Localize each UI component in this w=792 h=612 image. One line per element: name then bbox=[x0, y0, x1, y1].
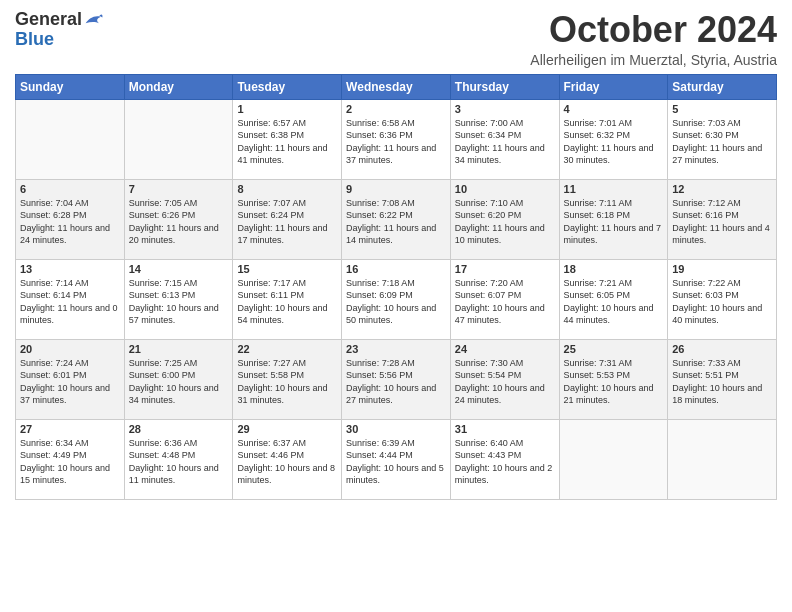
day-number: 26 bbox=[672, 343, 772, 355]
table-row bbox=[124, 99, 233, 179]
weekday-header: Tuesday bbox=[233, 74, 342, 99]
table-row: 15Sunrise: 7:17 AM Sunset: 6:11 PM Dayli… bbox=[233, 259, 342, 339]
day-info: Sunrise: 7:18 AM Sunset: 6:09 PM Dayligh… bbox=[346, 277, 446, 327]
table-row: 8Sunrise: 7:07 AM Sunset: 6:24 PM Daylig… bbox=[233, 179, 342, 259]
day-number: 23 bbox=[346, 343, 446, 355]
subtitle: Allerheiligen im Muerztal, Styria, Austr… bbox=[530, 52, 777, 68]
day-number: 10 bbox=[455, 183, 555, 195]
day-number: 2 bbox=[346, 103, 446, 115]
table-row: 27Sunrise: 6:34 AM Sunset: 4:49 PM Dayli… bbox=[16, 419, 125, 499]
weekday-header: Monday bbox=[124, 74, 233, 99]
day-info: Sunrise: 6:58 AM Sunset: 6:36 PM Dayligh… bbox=[346, 117, 446, 167]
table-row: 20Sunrise: 7:24 AM Sunset: 6:01 PM Dayli… bbox=[16, 339, 125, 419]
day-number: 29 bbox=[237, 423, 337, 435]
day-info: Sunrise: 7:05 AM Sunset: 6:26 PM Dayligh… bbox=[129, 197, 229, 247]
table-row: 25Sunrise: 7:31 AM Sunset: 5:53 PM Dayli… bbox=[559, 339, 668, 419]
table-row: 28Sunrise: 6:36 AM Sunset: 4:48 PM Dayli… bbox=[124, 419, 233, 499]
day-info: Sunrise: 7:08 AM Sunset: 6:22 PM Dayligh… bbox=[346, 197, 446, 247]
day-number: 4 bbox=[564, 103, 664, 115]
day-number: 28 bbox=[129, 423, 229, 435]
table-row bbox=[559, 419, 668, 499]
day-number: 11 bbox=[564, 183, 664, 195]
day-info: Sunrise: 6:57 AM Sunset: 6:38 PM Dayligh… bbox=[237, 117, 337, 167]
day-number: 30 bbox=[346, 423, 446, 435]
weekday-header: Friday bbox=[559, 74, 668, 99]
calendar-table: SundayMondayTuesdayWednesdayThursdayFrid… bbox=[15, 74, 777, 500]
logo-blue: Blue bbox=[15, 30, 104, 50]
table-row: 18Sunrise: 7:21 AM Sunset: 6:05 PM Dayli… bbox=[559, 259, 668, 339]
table-row: 12Sunrise: 7:12 AM Sunset: 6:16 PM Dayli… bbox=[668, 179, 777, 259]
weekday-header: Wednesday bbox=[342, 74, 451, 99]
day-number: 25 bbox=[564, 343, 664, 355]
day-info: Sunrise: 7:03 AM Sunset: 6:30 PM Dayligh… bbox=[672, 117, 772, 167]
table-row: 24Sunrise: 7:30 AM Sunset: 5:54 PM Dayli… bbox=[450, 339, 559, 419]
day-info: Sunrise: 7:30 AM Sunset: 5:54 PM Dayligh… bbox=[455, 357, 555, 407]
table-row: 22Sunrise: 7:27 AM Sunset: 5:58 PM Dayli… bbox=[233, 339, 342, 419]
logo-general: General bbox=[15, 10, 82, 30]
day-number: 19 bbox=[672, 263, 772, 275]
day-number: 8 bbox=[237, 183, 337, 195]
day-number: 7 bbox=[129, 183, 229, 195]
day-info: Sunrise: 7:22 AM Sunset: 6:03 PM Dayligh… bbox=[672, 277, 772, 327]
table-row: 23Sunrise: 7:28 AM Sunset: 5:56 PM Dayli… bbox=[342, 339, 451, 419]
table-row: 6Sunrise: 7:04 AM Sunset: 6:28 PM Daylig… bbox=[16, 179, 125, 259]
table-row: 17Sunrise: 7:20 AM Sunset: 6:07 PM Dayli… bbox=[450, 259, 559, 339]
day-number: 27 bbox=[20, 423, 120, 435]
table-row: 4Sunrise: 7:01 AM Sunset: 6:32 PM Daylig… bbox=[559, 99, 668, 179]
header: General Blue October 2024 Allerheiligen … bbox=[15, 10, 777, 68]
day-number: 15 bbox=[237, 263, 337, 275]
day-number: 3 bbox=[455, 103, 555, 115]
table-row bbox=[16, 99, 125, 179]
day-number: 31 bbox=[455, 423, 555, 435]
table-row: 31Sunrise: 6:40 AM Sunset: 4:43 PM Dayli… bbox=[450, 419, 559, 499]
day-number: 6 bbox=[20, 183, 120, 195]
day-number: 17 bbox=[455, 263, 555, 275]
table-row bbox=[668, 419, 777, 499]
table-row: 30Sunrise: 6:39 AM Sunset: 4:44 PM Dayli… bbox=[342, 419, 451, 499]
day-info: Sunrise: 7:15 AM Sunset: 6:13 PM Dayligh… bbox=[129, 277, 229, 327]
day-number: 24 bbox=[455, 343, 555, 355]
day-info: Sunrise: 7:20 AM Sunset: 6:07 PM Dayligh… bbox=[455, 277, 555, 327]
table-row: 21Sunrise: 7:25 AM Sunset: 6:00 PM Dayli… bbox=[124, 339, 233, 419]
day-info: Sunrise: 7:00 AM Sunset: 6:34 PM Dayligh… bbox=[455, 117, 555, 167]
table-row: 9Sunrise: 7:08 AM Sunset: 6:22 PM Daylig… bbox=[342, 179, 451, 259]
day-info: Sunrise: 6:36 AM Sunset: 4:48 PM Dayligh… bbox=[129, 437, 229, 487]
table-row: 2Sunrise: 6:58 AM Sunset: 6:36 PM Daylig… bbox=[342, 99, 451, 179]
day-number: 14 bbox=[129, 263, 229, 275]
month-title: October 2024 bbox=[530, 10, 777, 50]
day-number: 18 bbox=[564, 263, 664, 275]
day-info: Sunrise: 6:39 AM Sunset: 4:44 PM Dayligh… bbox=[346, 437, 446, 487]
table-row: 7Sunrise: 7:05 AM Sunset: 6:26 PM Daylig… bbox=[124, 179, 233, 259]
table-row: 5Sunrise: 7:03 AM Sunset: 6:30 PM Daylig… bbox=[668, 99, 777, 179]
weekday-header: Saturday bbox=[668, 74, 777, 99]
table-row: 14Sunrise: 7:15 AM Sunset: 6:13 PM Dayli… bbox=[124, 259, 233, 339]
day-number: 13 bbox=[20, 263, 120, 275]
day-info: Sunrise: 7:28 AM Sunset: 5:56 PM Dayligh… bbox=[346, 357, 446, 407]
day-info: Sunrise: 7:11 AM Sunset: 6:18 PM Dayligh… bbox=[564, 197, 664, 247]
day-info: Sunrise: 6:34 AM Sunset: 4:49 PM Dayligh… bbox=[20, 437, 120, 487]
logo-bird-icon bbox=[84, 11, 104, 29]
day-info: Sunrise: 6:37 AM Sunset: 4:46 PM Dayligh… bbox=[237, 437, 337, 487]
day-number: 5 bbox=[672, 103, 772, 115]
day-info: Sunrise: 7:12 AM Sunset: 6:16 PM Dayligh… bbox=[672, 197, 772, 247]
calendar-body: 1Sunrise: 6:57 AM Sunset: 6:38 PM Daylig… bbox=[16, 99, 777, 499]
day-info: Sunrise: 7:14 AM Sunset: 6:14 PM Dayligh… bbox=[20, 277, 120, 327]
title-area: October 2024 Allerheiligen im Muerztal, … bbox=[530, 10, 777, 68]
table-row: 29Sunrise: 6:37 AM Sunset: 4:46 PM Dayli… bbox=[233, 419, 342, 499]
day-info: Sunrise: 7:27 AM Sunset: 5:58 PM Dayligh… bbox=[237, 357, 337, 407]
day-number: 12 bbox=[672, 183, 772, 195]
logo: General Blue bbox=[15, 10, 104, 50]
day-info: Sunrise: 6:40 AM Sunset: 4:43 PM Dayligh… bbox=[455, 437, 555, 487]
day-info: Sunrise: 7:01 AM Sunset: 6:32 PM Dayligh… bbox=[564, 117, 664, 167]
table-row: 16Sunrise: 7:18 AM Sunset: 6:09 PM Dayli… bbox=[342, 259, 451, 339]
day-info: Sunrise: 7:33 AM Sunset: 5:51 PM Dayligh… bbox=[672, 357, 772, 407]
day-info: Sunrise: 7:04 AM Sunset: 6:28 PM Dayligh… bbox=[20, 197, 120, 247]
day-info: Sunrise: 7:31 AM Sunset: 5:53 PM Dayligh… bbox=[564, 357, 664, 407]
day-number: 9 bbox=[346, 183, 446, 195]
table-row: 1Sunrise: 6:57 AM Sunset: 6:38 PM Daylig… bbox=[233, 99, 342, 179]
day-info: Sunrise: 7:17 AM Sunset: 6:11 PM Dayligh… bbox=[237, 277, 337, 327]
day-number: 22 bbox=[237, 343, 337, 355]
table-row: 3Sunrise: 7:00 AM Sunset: 6:34 PM Daylig… bbox=[450, 99, 559, 179]
calendar-page: General Blue October 2024 Allerheiligen … bbox=[0, 0, 792, 612]
day-number: 16 bbox=[346, 263, 446, 275]
